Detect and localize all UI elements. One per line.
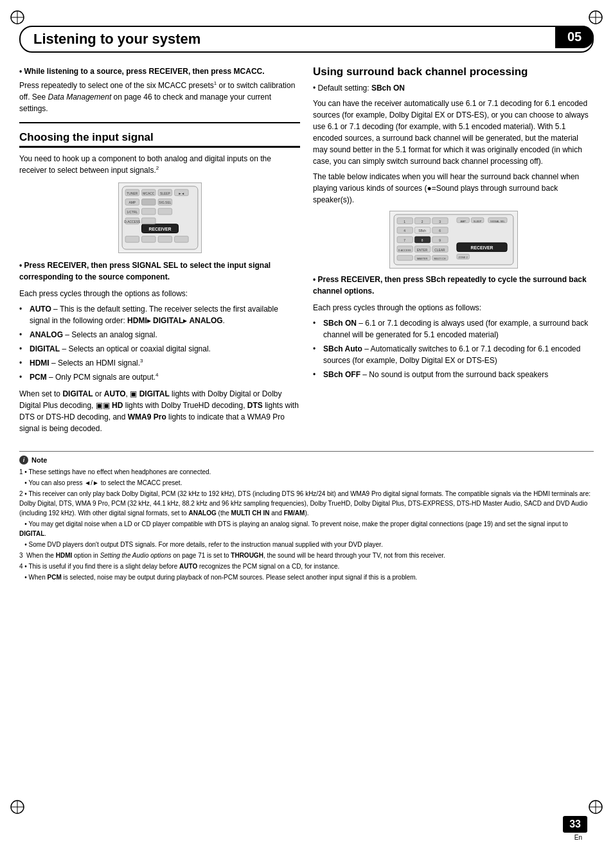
svg-rect-23 xyxy=(141,199,155,206)
page-lang: En xyxy=(574,834,582,841)
svg-text:8: 8 xyxy=(421,239,423,242)
note-2c: • Some DVD players don't output DTS sign… xyxy=(19,540,594,549)
svg-text:RECEIVER: RECEIVER xyxy=(470,245,493,250)
svg-rect-28 xyxy=(141,208,155,215)
svg-rect-36 xyxy=(141,236,155,242)
svg-text:SLEEP: SLEEP xyxy=(159,192,170,195)
remote-image-right: 1 2 3 AMP SLEEP SIGNAL SEL 4 SBch 6 7 8 xyxy=(389,211,518,269)
note-2b: • You may get digital noise when a LD or… xyxy=(19,519,594,538)
svg-rect-38 xyxy=(174,236,188,242)
note-2a: 2 • This receiver can only play back Dol… xyxy=(19,489,594,518)
cycle-text-2: Each press cycles through the options as… xyxy=(313,302,594,314)
signal-sel-bullet: • Press RECEIVER, then press SIGNAL SEL … xyxy=(19,260,300,283)
list-item: ANALOG – Selects an analog signal. xyxy=(19,329,300,341)
svg-text:7: 7 xyxy=(404,239,405,242)
chapter-badge: 05 xyxy=(555,26,594,48)
choosing-input-title: Choosing the input signal xyxy=(19,131,300,148)
note-icon: i xyxy=(19,456,28,465)
svg-text:2: 2 xyxy=(421,220,423,224)
svg-text:3: 3 xyxy=(439,220,441,224)
chapter-header: Listening to your system 05 xyxy=(19,26,594,53)
corner-mark-tl xyxy=(8,8,27,27)
svg-text:AMP: AMP xyxy=(129,201,136,204)
svg-text:►◄: ►◄ xyxy=(178,192,184,195)
svg-text:D.ACCESS: D.ACCESS xyxy=(398,249,411,252)
main-content: • While listening to a source, press REC… xyxy=(19,66,594,438)
left-column: • While listening to a source, press REC… xyxy=(19,66,300,438)
svg-text:MASTER: MASTER xyxy=(416,257,427,260)
svg-text:4: 4 xyxy=(404,229,405,233)
page-number: 33 xyxy=(563,816,587,833)
signal-options-list: AUTO – This is the default setting. The … xyxy=(19,303,300,383)
svg-text:MULTI CH: MULTI CH xyxy=(434,257,445,260)
sbch-bullet: • Press RECEIVER, then press SBch repeat… xyxy=(313,274,594,297)
list-item: DIGITAL – Selects an optical or coaxial … xyxy=(19,343,300,355)
svg-text:TUNER: TUNER xyxy=(127,192,138,195)
surround-title: Using surround back channel processing xyxy=(313,66,594,78)
note-1a: 1 • These settings have no effect when h… xyxy=(19,467,594,477)
corner-mark-br xyxy=(586,797,605,817)
svg-rect-72 xyxy=(397,255,413,260)
cycle-text: Each press cycles through the options as… xyxy=(19,288,300,299)
svg-rect-35 xyxy=(125,236,139,242)
svg-text:SIGNAL SEL: SIGNAL SEL xyxy=(490,220,505,223)
svg-text:AMP: AMP xyxy=(460,220,466,223)
svg-text:1/CTRL: 1/CTRL xyxy=(127,211,138,214)
page-title: Listening to your system xyxy=(33,31,200,48)
right-column: Using surround back channel processing •… xyxy=(313,66,594,438)
svg-rect-34 xyxy=(141,218,155,224)
corner-mark-bl xyxy=(8,797,27,817)
surround-body1: You can have the receiver automatically … xyxy=(313,98,594,167)
notes-label: Note xyxy=(31,456,47,464)
note-1b: • You can also press ◄/► to select the M… xyxy=(19,478,594,488)
notes-title: i Note xyxy=(19,456,594,465)
svg-text:SIG.SEL: SIG.SEL xyxy=(159,201,171,204)
intro-body: Press repeatedly to select one of the si… xyxy=(19,80,300,114)
svg-text:SBch: SBch xyxy=(418,229,426,233)
svg-text:MCACC: MCACC xyxy=(143,192,154,195)
notes-text: 1 • These settings have no effect when h… xyxy=(19,467,594,582)
list-item: SBch ON – 6.1 or 7.1 decoding is always … xyxy=(313,317,594,341)
svg-text:SLEEP: SLEEP xyxy=(473,220,481,223)
list-item: SBch Auto – Automatically switches to 6.… xyxy=(313,343,594,366)
intro-section: • While listening to a source, press REC… xyxy=(19,66,300,114)
svg-text:9: 9 xyxy=(439,239,441,242)
svg-text:RECEIVER: RECEIVER xyxy=(148,227,171,231)
list-item: AUTO – This is the default setting. The … xyxy=(19,303,300,326)
choosing-input-body: You need to hook up a component to both … xyxy=(19,153,300,176)
list-item: SBch OFF – No sound is output from the s… xyxy=(313,369,594,380)
default-setting: • Default setting: SBch ON xyxy=(313,82,594,94)
note-4a: 4 • This is useful if you find there is … xyxy=(19,562,594,571)
svg-text:ZONE 2: ZONE 2 xyxy=(458,256,467,259)
when-set-text: When set to DIGITAL or AUTO, ▣ DIGITAL l… xyxy=(19,388,300,434)
remote-image-left: TUNER MCACC SLEEP ►◄ AMP SIG.SEL 1/CTRL xyxy=(118,182,202,253)
svg-text:ENTER: ENTER xyxy=(416,249,427,252)
intro-bullet-text: • While listening to a source, press REC… xyxy=(19,66,300,77)
list-item: HDMI – Selects an HDMI signal.3 xyxy=(19,357,300,369)
svg-rect-29 xyxy=(158,208,172,215)
sbch-options-list: SBch ON – 6.1 or 7.1 decoding is always … xyxy=(313,317,594,380)
corner-mark-tr xyxy=(586,8,605,27)
note-4b: • When PCM is selected, noise may be out… xyxy=(19,572,594,582)
note-3: 3 When the HDMI option in Setting the Au… xyxy=(19,551,594,560)
svg-text:6: 6 xyxy=(439,229,441,233)
list-item: PCM – Only PCM signals are output.4 xyxy=(19,371,300,383)
svg-rect-37 xyxy=(158,236,172,242)
svg-text:CLEAR: CLEAR xyxy=(434,249,445,252)
svg-text:1: 1 xyxy=(404,220,405,224)
notes-section: i Note 1 • These settings have no effect… xyxy=(19,451,594,582)
surround-body2: The table below indicates when you will … xyxy=(313,171,594,206)
divider-1 xyxy=(19,122,300,123)
svg-text:D.ACCESS: D.ACCESS xyxy=(124,220,141,224)
